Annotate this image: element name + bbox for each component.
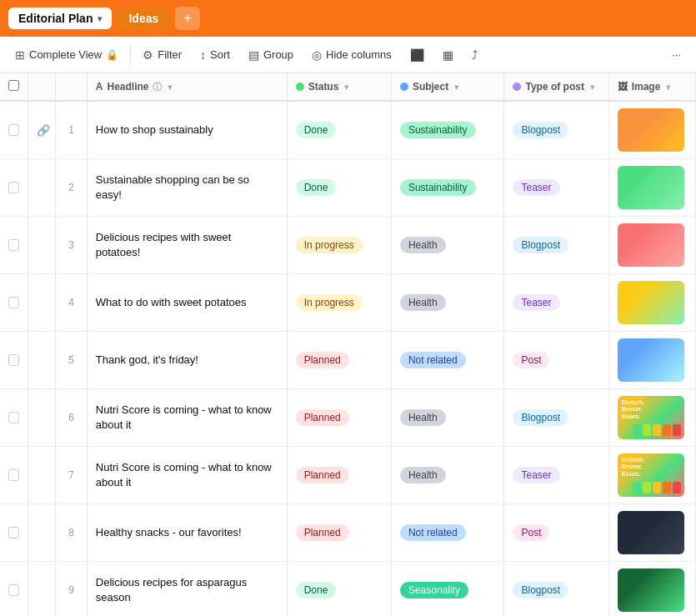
type-badge: Post — [513, 352, 549, 368]
row-4-status: In progress — [287, 274, 391, 332]
subject-badge: Not related — [400, 524, 466, 541]
table-row[interactable]: 3Delicious recipes with sweet potatoes!I… — [0, 217, 696, 274]
top-bar: Editorial Plan ▾ Ideas + — [0, 0, 696, 37]
share-button[interactable]: ⤴ — [463, 44, 486, 66]
image-thumbnail — [618, 166, 684, 209]
text-type-icon: A — [96, 81, 103, 93]
row-3-status: In progress — [287, 217, 391, 274]
columns-button[interactable]: ▦ — [434, 44, 462, 66]
row-3-subject: Health — [391, 217, 504, 274]
status-badge: Done — [296, 179, 337, 196]
editorial-plan-tab[interactable]: Editorial Plan ▾ — [8, 8, 112, 29]
subject-badge: Health — [400, 294, 446, 311]
share-icon: ⤴ — [472, 48, 478, 62]
toolbar: ⊞ Complete View 🔒 ⚙ Filter ↕ Sort ▤ Grou… — [0, 37, 696, 73]
row-1-status: Done — [287, 101, 391, 159]
ideas-tab[interactable]: Ideas — [117, 8, 170, 29]
status-badge: Done — [296, 582, 337, 598]
row-checkbox[interactable] — [8, 412, 19, 423]
col-header-headline[interactable]: A Headline ⓘ ▾ — [87, 73, 287, 101]
table-row[interactable]: 2Sustainable shopping can be so easy!Don… — [0, 159, 696, 217]
row-checkbox[interactable] — [8, 469, 19, 481]
col-header-status[interactable]: Status ▾ — [287, 73, 391, 101]
row-7-lock-cell — [28, 447, 55, 504]
row-9-status: Done — [287, 562, 391, 617]
link-icon: 🔗 — [37, 124, 50, 137]
complete-view-button[interactable]: ⊞ Complete View 🔒 — [7, 44, 127, 66]
table-row[interactable]: 5Thank god, it's friday!PlannedNot relat… — [0, 332, 696, 389]
table-row[interactable]: 🔗1How to shop sustainablyDoneSustainabil… — [0, 101, 696, 159]
subject-badge: Health — [400, 237, 446, 253]
row-6-headline: Nutri Score is coming - what to know abo… — [87, 389, 287, 447]
row-3-number: 3 — [56, 217, 88, 274]
add-tab-button[interactable]: + — [175, 7, 199, 30]
status-badge: In progress — [296, 294, 363, 311]
status-badge: Done — [296, 122, 337, 138]
row-5-lock-cell — [28, 332, 55, 389]
col-header-type[interactable]: Type of post ▾ — [504, 73, 608, 101]
table-header-row: A Headline ⓘ ▾ Status ▾ — [0, 73, 696, 101]
image-thumbnail — [618, 108, 684, 152]
row-checkbox[interactable] — [8, 584, 19, 596]
sort-button[interactable]: ↕ Sort — [192, 44, 238, 66]
row-3-headline: Delicious recipes with sweet potatoes! — [87, 217, 287, 274]
image-thumbnail — [618, 568, 684, 612]
bookmark-button[interactable]: ⬛ — [402, 44, 433, 66]
hide-columns-button[interactable]: ◎ Hide columns — [303, 44, 400, 66]
row-1-type: Blogpost — [504, 101, 608, 159]
row-checkbox[interactable] — [8, 182, 19, 193]
row-2-number: 2 — [56, 159, 88, 217]
table-row[interactable]: 4What to do with sweet potatoesIn progre… — [0, 274, 696, 332]
row-6-type: Blogpost — [504, 389, 608, 447]
row-5-headline: Thank god, it's friday! — [87, 332, 287, 389]
subject-badge: Sustainability — [400, 179, 476, 196]
row-7-subject: Health — [391, 447, 504, 504]
row-6-number: 6 — [56, 389, 88, 447]
image-thumbnail: Einfach.Besser.Essen. — [618, 453, 684, 497]
subject-badge: Health — [400, 409, 446, 426]
row-3-image — [608, 217, 695, 274]
col-header-image[interactable]: 🖼 Image ▾ — [608, 73, 695, 101]
row-4-subject: Health — [391, 274, 504, 332]
table-row[interactable]: 9Delicious recipes for asparagus seasonD… — [0, 562, 696, 617]
row-4-type: Teaser — [504, 274, 608, 332]
row-checkbox[interactable] — [8, 527, 19, 538]
select-all-checkbox[interactable] — [8, 80, 19, 91]
table-row[interactable]: 8Healthy snacks - our favorites!PlannedN… — [0, 504, 696, 562]
row-5-subject: Not related — [391, 332, 504, 389]
type-badge: Teaser — [513, 467, 559, 483]
filter-button[interactable]: ⚙ Filter — [134, 44, 190, 66]
row-4-number: 4 — [56, 274, 88, 332]
image-thumbnail — [618, 511, 684, 554]
row-9-number: 9 — [56, 562, 88, 617]
group-button[interactable]: ▤ Group — [240, 44, 302, 66]
image-icon: 🖼 — [618, 81, 628, 93]
type-badge: Blogpost — [513, 237, 568, 253]
col-header-num — [56, 73, 88, 101]
sort-arrow-status-icon: ▾ — [344, 83, 348, 92]
group-icon: ▤ — [248, 48, 259, 62]
row-5-image — [608, 332, 695, 389]
sort-arrow-subject-icon: ▾ — [454, 83, 458, 92]
row-checkbox[interactable] — [8, 124, 19, 136]
row-2-subject: Sustainability — [391, 159, 504, 217]
row-1-headline: How to shop sustainably — [87, 101, 287, 159]
row-checkbox[interactable] — [8, 239, 19, 251]
chevron-down-icon: ▾ — [98, 14, 102, 23]
table-row[interactable]: 6Nutri Score is coming - what to know ab… — [0, 389, 696, 447]
col-header-subject[interactable]: Subject ▾ — [391, 73, 504, 101]
row-9-headline: Delicious recipes for asparagus season — [87, 562, 287, 617]
col-header-lock — [28, 73, 55, 101]
row-checkbox[interactable] — [8, 297, 19, 308]
row-checkbox[interactable] — [8, 354, 19, 366]
divider-1 — [130, 45, 131, 65]
row-8-number: 8 — [56, 504, 88, 562]
row-5-check-cell — [0, 332, 28, 389]
filter-icon: ⚙ — [143, 48, 153, 62]
image-thumbnail — [618, 223, 684, 267]
table-row[interactable]: 7Nutri Score is coming - what to know ab… — [0, 447, 696, 504]
table-icon: ⊞ — [15, 48, 25, 62]
type-badge: Teaser — [513, 179, 559, 196]
more-button[interactable]: ··· — [663, 44, 689, 65]
row-7-status: Planned — [287, 447, 391, 504]
